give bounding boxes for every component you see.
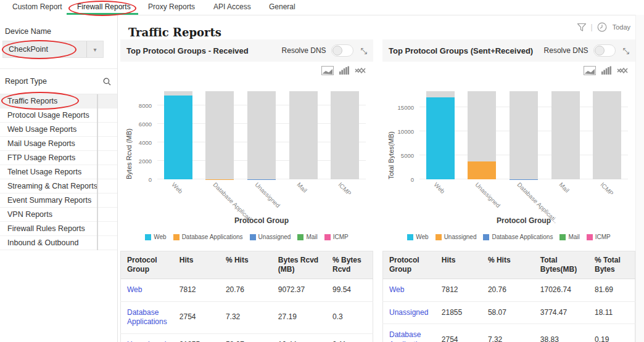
legend-swatch: [324, 234, 331, 240]
column-header-protocol-group: Protocol Group: [383, 251, 436, 279]
resolve-dns-toggle[interactable]: [331, 44, 353, 57]
filter-icon[interactable]: [577, 23, 587, 32]
tab-firewall-reports[interactable]: Firewall Reports: [77, 0, 131, 14]
column-header-hits: % Hits: [220, 251, 272, 279]
legend-swatch: [587, 234, 593, 240]
tab-general[interactable]: General: [269, 0, 295, 14]
resolve-dns-label: Resolve DNS: [282, 46, 326, 55]
tab-custom-report[interactable]: Custom Report: [12, 0, 62, 14]
protocol-link-database-applications[interactable]: Database Applications: [121, 301, 173, 333]
table-cell: 9072.37: [272, 279, 326, 302]
sidebar-item-inbound-outbound[interactable]: Inbound & Outbound: [0, 236, 117, 250]
plot-area: 02000400060008000: [157, 91, 366, 179]
protocol-table: Protocol GroupHits% HitsBytes Rcvd (MB)%…: [120, 251, 373, 342]
legend-item-web[interactable]: Web: [407, 234, 428, 240]
line-chart-icon[interactable]: [355, 67, 366, 75]
legend-item-unassigned[interactable]: Unassigned: [250, 234, 291, 240]
legend-item-unassigned[interactable]: Unassigned: [436, 234, 477, 240]
bar-track-database-applicati: [510, 91, 538, 179]
legend-swatch: [407, 234, 413, 240]
y-axis-label: Total Bytes(MB): [387, 91, 395, 179]
table-row: Database Applications27547.3238.830.19: [383, 324, 635, 342]
table-cell: 21855: [173, 333, 220, 342]
x-tick-label: Mail: [558, 181, 571, 194]
resolve-dns-label: Resolve DNS: [544, 46, 588, 55]
legend-item-web[interactable]: Web: [145, 234, 166, 240]
table-row: Database Applications27547.3227.190.3: [121, 301, 373, 333]
x-tick-label: ICMP: [599, 181, 614, 197]
resolve-dns-toggle[interactable]: [593, 44, 616, 57]
time-period-label[interactable]: Today: [613, 23, 630, 31]
area-chart-icon[interactable]: [584, 66, 596, 75]
search-icon[interactable]: [103, 78, 111, 86]
table-row: Web781220.7617026.7481.69: [383, 279, 635, 302]
device-select[interactable]: CheckPoint ▾: [2, 41, 104, 58]
expand-icon[interactable]: ⤡: [623, 47, 629, 55]
legend-label: ICMP: [595, 234, 611, 240]
column-header-total-bytes-mb: Total Bytes(MB): [534, 251, 588, 279]
protocol-table: Protocol GroupHits% HitsTotal Bytes(MB)%…: [382, 251, 635, 342]
sidebar-item-event-summary-reports[interactable]: Event Summary Reports: [0, 193, 117, 208]
page-title: Traffic Reports: [128, 26, 221, 39]
bar-chart-icon[interactable]: [601, 66, 611, 75]
sidebar-item-traffic-reports[interactable]: Traffic Reports: [0, 94, 117, 108]
chevron-down-icon[interactable]: ▾: [86, 41, 103, 57]
line-chart-icon[interactable]: [617, 67, 628, 75]
sidebar-item-streaming-chat-reports[interactable]: Streaming & Chat Reports: [0, 179, 117, 193]
table-cell: 7.32: [220, 301, 272, 333]
legend-item-mail[interactable]: Mail: [559, 234, 579, 240]
legend-item-icmp[interactable]: ICMP: [324, 234, 349, 240]
y-tick-label: 10000: [398, 128, 414, 134]
legend-label: Unassigned: [258, 234, 291, 240]
table-cell: 3774.47: [534, 301, 588, 324]
toggle-knob: [332, 46, 342, 55]
table-cell: 0.11: [326, 333, 373, 342]
table-cell: 10.44: [272, 333, 326, 342]
column-header-hits: Hits: [173, 251, 220, 279]
sidebar-item-firewall-rules-reports[interactable]: Firewall Rules Reports: [0, 222, 117, 236]
legend-swatch: [297, 234, 303, 240]
column-header-total-bytes: % Total Bytes: [588, 251, 635, 279]
legend-item-database-applications[interactable]: Database Applications: [173, 234, 243, 240]
divider: [0, 68, 117, 69]
sidebar-item-telnet-usage-reports[interactable]: Telnet Usage Reports: [0, 165, 117, 179]
column-header-hits: % Hits: [482, 251, 534, 279]
legend-item-mail[interactable]: Mail: [297, 234, 317, 240]
sidebar: Device Name CheckPoint ▾ Report Type Tra…: [0, 15, 118, 342]
bar-chart-icon[interactable]: [339, 66, 349, 75]
page-scrollbar[interactable]: [635, 15, 644, 342]
legend-item-database-applications[interactable]: Database Applications: [483, 234, 553, 240]
list-scrollbar[interactable]: [97, 94, 98, 250]
x-tick-label: Mail: [295, 181, 308, 194]
sidebar-item-ftp-usage-reports[interactable]: FTP Usage Reports: [0, 151, 117, 165]
y-tick-label: 5000: [401, 152, 414, 158]
legend-label: Mail: [306, 234, 317, 240]
legend-label: Database Applications: [182, 234, 243, 240]
protocol-link-unassigned[interactable]: Unassigned: [383, 301, 436, 324]
table-cell: 38.83: [534, 324, 588, 342]
table-cell: 81.69: [588, 279, 635, 302]
legend-swatch: [250, 234, 256, 240]
y-tick-label: 8000: [139, 102, 152, 109]
sidebar-item-protocol-usage-reports[interactable]: Protocol Usage Reports: [0, 108, 117, 123]
sidebar-item-web-usage-reports[interactable]: Web Usage Reports: [0, 123, 117, 137]
sidebar-item-vpn-reports[interactable]: VPN Reports: [0, 208, 117, 222]
tab-api-access[interactable]: API Access: [213, 0, 251, 14]
legend-item-icmp[interactable]: ICMP: [587, 234, 611, 240]
protocol-link-unassigned[interactable]: Unassigned: [121, 333, 173, 342]
bar-track-database-applicati: [205, 91, 234, 179]
legend-swatch: [483, 234, 489, 240]
protocol-link-web[interactable]: Web: [121, 279, 173, 302]
x-tick-label: Unassigned: [474, 181, 502, 209]
protocol-link-web[interactable]: Web: [383, 279, 436, 302]
chart-legend: WebUnassignedDatabase ApplicationsMailIC…: [382, 234, 635, 240]
area-chart-icon[interactable]: [321, 66, 334, 75]
tab-proxy-reports[interactable]: Proxy Reports: [148, 0, 195, 14]
bar-track-mail: [289, 91, 318, 179]
sidebar-item-mail-usage-reports[interactable]: Mail Usage Reports: [0, 137, 117, 151]
clock-icon[interactable]: [597, 22, 607, 32]
bar-web: [426, 97, 455, 179]
expand-icon[interactable]: ⤡: [361, 47, 367, 55]
table-cell: 7812: [173, 279, 220, 302]
protocol-link-database-applications[interactable]: Database Applications: [383, 324, 436, 342]
